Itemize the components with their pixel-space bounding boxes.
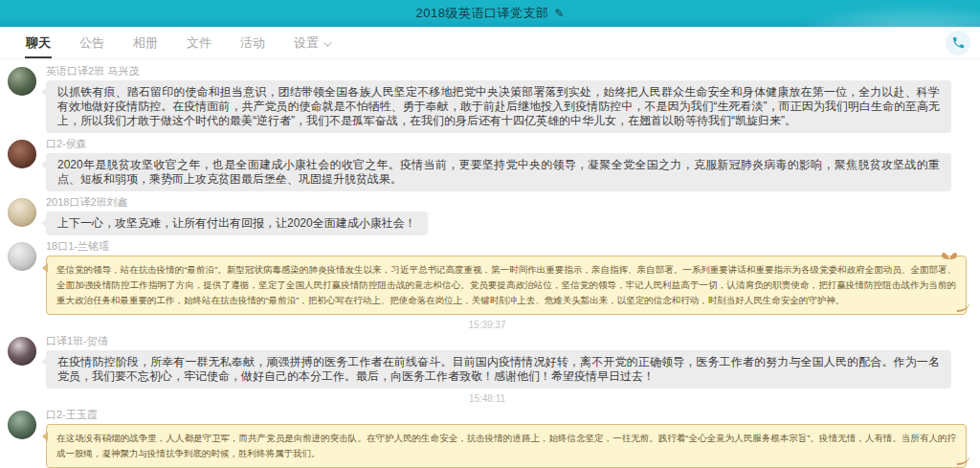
message-bubble: 2020年是脱贫攻坚收官之年，也是全面建成小康社会的收官之年。疫情当前，更要坚持… <box>46 153 951 191</box>
sender-name: 英语口译2班 马兴茂 <box>46 65 967 78</box>
chat-message: 2018口译2班刘鑫 上下一心，攻坚克难，让所有付出有回报，让2020全面建成小… <box>8 196 967 235</box>
tab-activities[interactable]: 活动 <box>239 27 266 58</box>
timestamp: 15:48:11 <box>8 393 967 405</box>
tab-settings-label: 设置 <box>294 35 319 50</box>
message-bubble: 在疫情防控阶段，所幸有一群无私奉献，顽强拼搏的医务工作者在前线奋斗。目前国内疫情… <box>46 350 951 389</box>
tab-bar: 聊天 公告 相册 文件 活动 设置 <box>0 27 980 59</box>
chat-message: 18口1-兰铭瑶 坚信党的领导，站在抗击疫情的“最前沿”。新型冠状病毒感染的肺炎… <box>8 240 967 315</box>
sender-name: 2018口译2班刘鑫 <box>46 196 967 209</box>
group-header: 2018级英语口译党支部 ✎ <box>0 0 980 27</box>
message-text: 以抓铁有痕、踏石留印的使命和担当意识，团结带领全国各族人民坚定不移地把党中央决策… <box>57 85 940 127</box>
edit-group-name-icon[interactable]: ✎ <box>554 7 564 20</box>
message-bubble: 上下一心，攻坚克难，让所有付出有回报，让2020全面建成小康社会！ <box>46 212 428 235</box>
phone-icon <box>951 35 966 50</box>
message-text: 2020年是脱贫攻坚收官之年，也是全面建成小康社会的收官之年。疫情当前，更要坚持… <box>57 158 940 186</box>
tab-announcements[interactable]: 公告 <box>78 27 105 58</box>
leaf-curl-icon <box>956 455 971 468</box>
avatar[interactable] <box>8 198 36 227</box>
avatar[interactable] <box>8 337 36 366</box>
avatar[interactable] <box>8 242 36 271</box>
chat-message: 口译1班-贺倩 在疫情防控阶段，所幸有一群无私奉献，顽强拼搏的医务工作者在前线奋… <box>8 335 967 389</box>
tab-files[interactable]: 文件 <box>186 27 212 58</box>
message-text: 在这场没有硝烟的战争里，人人都是守卫军，而共产党员是向前进的突击队。在守护人民的… <box>56 433 956 458</box>
chat-message-list[interactable]: 英语口译2班 马兴茂 以抓铁有痕、踏石留印的使命和担当意识，团结带领全国各族人民… <box>0 59 980 468</box>
sender-name: 口译1班-贺倩 <box>46 335 967 347</box>
tab-albums[interactable]: 相册 <box>132 27 159 58</box>
sender-name: 18口1-兰铭瑶 <box>46 240 967 253</box>
chat-message: 口2-王玉霞 在这场没有硝烟的战争里，人人都是守卫军，而共产党员是向前进的突击队… <box>8 409 967 468</box>
message-bubble-highlighted: 在这场没有硝烟的战争里，人人都是守卫军，而共产党员是向前进的突击队。在守护人民的… <box>46 424 967 468</box>
chevron-down-icon <box>323 38 331 46</box>
message-text: 在疫情防控阶段，所幸有一群无私奉献，顽强拼搏的医务工作者在前线奋斗。目前国内疫情… <box>57 355 940 383</box>
sender-name: 口2-侯森 <box>46 138 967 150</box>
page-curl-icon <box>956 301 971 318</box>
phone-call-button[interactable] <box>946 31 970 56</box>
avatar[interactable] <box>8 411 36 439</box>
avatar[interactable] <box>8 67 36 96</box>
chat-message: 英语口译2班 马兴茂 以抓铁有痕、踏石留印的使命和担当意识，团结带领全国各族人民… <box>8 65 967 133</box>
group-title: 2018级英语口译党支部 <box>416 5 549 22</box>
tab-chat[interactable]: 聊天 <box>25 27 52 58</box>
tab-settings[interactable]: 设置 <box>293 27 330 58</box>
avatar[interactable] <box>8 140 36 168</box>
tabs: 聊天 公告 相册 文件 活动 设置 <box>25 27 946 58</box>
group-chat-window: 2018级英语口译党支部 ✎ 聊天 公告 相册 文件 活动 设置 英语口译2班 … <box>0 0 980 468</box>
message-bubble: 以抓铁有痕、踏石留印的使命和担当意识，团结带领全国各族人民坚定不移地把党中央决策… <box>46 80 951 133</box>
chat-message: 口2-侯森 2020年是脱贫攻坚收官之年，也是全面建成小康社会的收官之年。疫情当… <box>8 138 967 191</box>
message-text: 上下一心，攻坚克难，让所有付出有回报，让2020全面建成小康社会！ <box>57 216 416 230</box>
timestamp: 15:39:37 <box>8 320 967 331</box>
message-text: 坚信党的领导，站在抗击疫情的“最前沿”。新型冠状病毒感染的肺炎疫情发生以来，习近… <box>56 264 956 305</box>
sender-name: 口2-王玉霞 <box>46 409 967 421</box>
message-bubble-highlighted: 坚信党的领导，站在抗击疫情的“最前沿”。新型冠状病毒感染的肺炎疫情发生以来，习近… <box>46 256 967 315</box>
